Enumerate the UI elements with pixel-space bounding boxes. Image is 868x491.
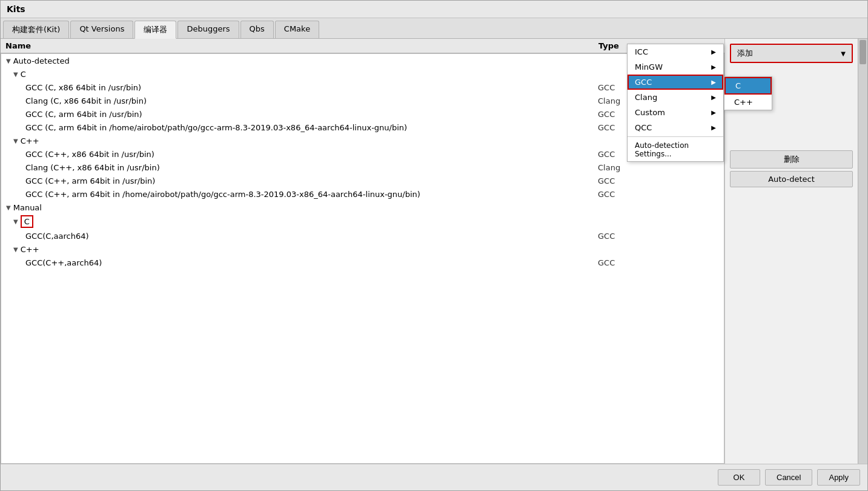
compiler-gcc-cpp-arm64-path[interactable]: GCC (C++, arm 64bit in /home/airobot/pat…	[1, 187, 724, 201]
qcc-submenu-arrow: ▶	[711, 124, 716, 131]
group-cpp-auto[interactable]: ▼ C++	[1, 134, 724, 147]
scrollbar[interactable]	[858, 39, 867, 464]
arrow-auto-detected: ▼	[6, 58, 11, 64]
auto-detect-label: Auto-detect	[768, 175, 815, 184]
gcc-submenu: C C++	[724, 76, 772, 110]
dropdown-auto-detect-settings[interactable]: Auto-detection Settings...	[628, 138, 723, 161]
scrollbar-thumb[interactable]	[860, 40, 866, 64]
arrow-cpp-auto: ▼	[13, 138, 18, 144]
custom-submenu-arrow: ▶	[711, 109, 716, 116]
tab-compilers[interactable]: 编译器	[134, 21, 176, 39]
tab-cmake[interactable]: CMake	[275, 21, 319, 38]
arrow-c-manual: ▼	[13, 218, 18, 225]
dropdown-icc[interactable]: ICC ▶	[628, 44, 723, 59]
arrow-c-auto: ▼	[13, 71, 18, 78]
compiler-gcc-cpp-arm64[interactable]: GCC (C++, arm 64bit in /usr/bin) GCC	[1, 174, 724, 187]
group-auto-detected[interactable]: ▼ Auto-detected	[1, 54, 724, 67]
group-cpp-manual[interactable]: ▼ C++	[1, 242, 724, 256]
apply-button[interactable]: Apply	[817, 469, 860, 486]
compiler-gcc-c-aarch64[interactable]: GCC(C,aarch64) GCC	[1, 229, 724, 242]
compiler-gcc-c-arm64-path[interactable]: GCC (C, arm 64bit in /home/airobot/path/…	[1, 121, 724, 134]
remove-label: 删除	[784, 155, 800, 164]
compiler-clang-c-x86[interactable]: Clang (C, x86 64bit in /usr/bin) Clang	[1, 94, 724, 107]
dropdown-mingw[interactable]: MinGW ▶	[628, 59, 723, 75]
table-header: Name Type	[1, 39, 724, 53]
main-window: Kits 构建套件(Kit) Qt Versions 编译器 Debuggers…	[0, 0, 868, 491]
submenu-c[interactable]: C	[724, 77, 772, 95]
compiler-gcc-cpp-x86[interactable]: GCC (C++, x86 64bit in /usr/bin) GCC	[1, 147, 724, 161]
group-label-auto-detected: Auto-detected	[13, 56, 70, 65]
compiler-tree[interactable]: ▼ Auto-detected ▼ C	[1, 53, 724, 464]
tab-kits[interactable]: 构建套件(Kit)	[3, 21, 69, 38]
compiler-gcc-cpp-aarch64[interactable]: GCC(C++,aarch64) GCC	[1, 256, 724, 269]
content-area: Name Type ▼ Auto-detected	[1, 39, 867, 464]
gcc-submenu-arrow: ▶	[711, 79, 716, 85]
window-title: Kits	[1, 1, 867, 18]
custom-label: Custom	[635, 108, 665, 117]
cancel-button[interactable]: Cancel	[765, 469, 812, 486]
arrow-manual: ▼	[6, 204, 11, 211]
submenu-cpp[interactable]: C++	[724, 95, 772, 110]
cpp-manual-label: C++	[21, 245, 39, 254]
add-label: 添加	[737, 48, 753, 59]
icc-submenu-arrow: ▶	[711, 48, 716, 55]
add-button[interactable]: 添加 ▼	[730, 44, 853, 63]
cpp-auto-label: C++	[21, 136, 39, 145]
action-sidebar: 添加 ▼ ICC ▶ MinGW ▶ GCC ▶	[724, 39, 858, 464]
dropdown-clang[interactable]: Clang ▶	[628, 90, 723, 105]
tab-qbs[interactable]: Qbs	[240, 21, 274, 38]
c-manual-label: C	[21, 215, 33, 228]
compiler-gcc-c-arm64[interactable]: GCC (C, arm 64bit in /usr/bin) GCC	[1, 107, 724, 121]
main-panel: Name Type ▼ Auto-detected	[1, 39, 724, 464]
c-auto-label: C	[21, 70, 26, 79]
footer: OK Cancel Apply	[1, 464, 867, 490]
dropdown-custom[interactable]: Custom ▶	[628, 105, 723, 120]
mingw-submenu-arrow: ▶	[711, 64, 716, 70]
arrow-cpp-manual: ▼	[13, 246, 18, 253]
tab-qt-versions[interactable]: Qt Versions	[70, 21, 133, 38]
add-dropdown-menu: ICC ▶ MinGW ▶ GCC ▶ Clang ▶	[627, 44, 724, 162]
group-label-manual: Manual	[13, 203, 42, 212]
compiler-clang-cpp-x86[interactable]: Clang (C++, x86 64bit in /usr/bin) Clang	[1, 161, 724, 174]
group-c-auto[interactable]: ▼ C	[1, 67, 724, 81]
col-name-header: Name	[5, 41, 598, 50]
group-c-manual[interactable]: ▼ C	[1, 214, 724, 229]
remove-button[interactable]: 删除	[730, 150, 853, 169]
auto-detect-button[interactable]: Auto-detect	[730, 171, 853, 187]
add-dropdown-arrow: ▼	[841, 50, 846, 57]
tab-debuggers[interactable]: Debuggers	[177, 21, 239, 38]
clang-submenu-arrow: ▶	[711, 94, 716, 101]
ok-button[interactable]: OK	[718, 469, 760, 486]
dropdown-gcc[interactable]: GCC ▶	[628, 75, 723, 90]
tab-bar: 构建套件(Kit) Qt Versions 编译器 Debuggers Qbs …	[1, 18, 867, 39]
title-text: Kits	[7, 4, 25, 14]
compiler-gcc-c-x86[interactable]: GCC (C, x86 64bit in /usr/bin) GCC	[1, 81, 724, 94]
group-manual[interactable]: ▼ Manual	[1, 201, 724, 214]
dropdown-qcc[interactable]: QCC ▶	[628, 120, 723, 135]
